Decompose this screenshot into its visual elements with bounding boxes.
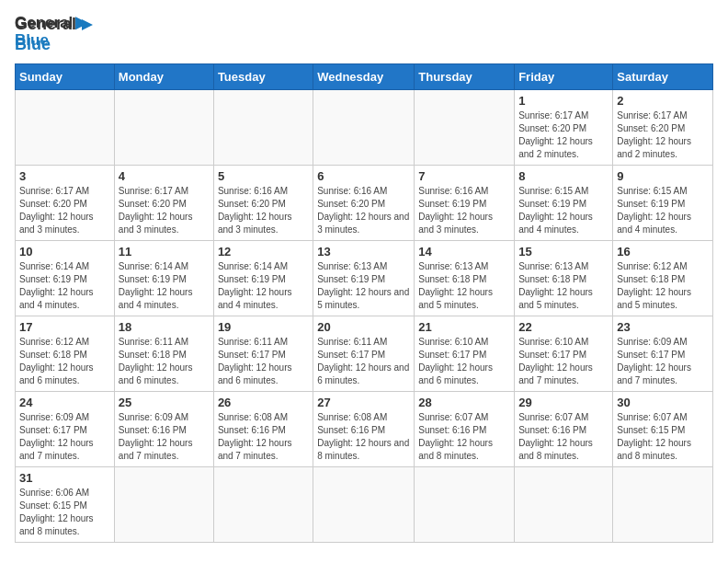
- calendar-cell: 2Sunrise: 6:17 AM Sunset: 6:20 PM Daylig…: [613, 90, 713, 166]
- day-info: Sunrise: 6:10 AM Sunset: 6:17 PM Dayligh…: [518, 336, 609, 387]
- day-info: Sunrise: 6:14 AM Sunset: 6:19 PM Dayligh…: [19, 260, 110, 312]
- calendar-header-sunday: Sunday: [16, 64, 115, 90]
- day-info: Sunrise: 6:12 AM Sunset: 6:18 PM Dayligh…: [617, 260, 709, 312]
- calendar-cell: [613, 467, 713, 543]
- day-number: 14: [418, 245, 510, 259]
- calendar-cell: 1Sunrise: 6:17 AM Sunset: 6:20 PM Daylig…: [515, 90, 613, 166]
- calendar-cell: 12Sunrise: 6:14 AM Sunset: 6:19 PM Dayli…: [213, 241, 313, 316]
- calendar-week-3: 17Sunrise: 6:12 AM Sunset: 6:18 PM Dayli…: [16, 316, 713, 392]
- day-number: 26: [218, 396, 309, 409]
- day-info: Sunrise: 6:11 AM Sunset: 6:17 PM Dayligh…: [218, 336, 309, 387]
- day-info: Sunrise: 6:06 AM Sunset: 6:15 PM Dayligh…: [19, 487, 110, 538]
- calendar-cell: 19Sunrise: 6:11 AM Sunset: 6:17 PM Dayli…: [213, 316, 313, 392]
- day-info: Sunrise: 6:07 AM Sunset: 6:16 PM Dayligh…: [418, 411, 510, 463]
- day-number: 16: [617, 245, 709, 259]
- day-number: 2: [617, 94, 709, 108]
- day-number: 9: [617, 169, 709, 183]
- calendar-cell: 13Sunrise: 6:13 AM Sunset: 6:19 PM Dayli…: [313, 241, 415, 316]
- day-info: Sunrise: 6:07 AM Sunset: 6:16 PM Dayligh…: [518, 411, 609, 463]
- day-number: 7: [418, 169, 510, 183]
- calendar-header-friday: Friday: [515, 64, 613, 90]
- day-number: 15: [518, 245, 609, 259]
- day-number: 28: [418, 396, 510, 409]
- day-number: 23: [617, 320, 709, 334]
- calendar-week-5: 31Sunrise: 6:06 AM Sunset: 6:15 PM Dayli…: [16, 467, 713, 543]
- day-number: 19: [218, 320, 309, 334]
- day-number: 18: [119, 320, 210, 334]
- calendar-cell: [415, 467, 515, 543]
- calendar-cell: 18Sunrise: 6:11 AM Sunset: 6:18 PM Dayli…: [114, 316, 213, 392]
- day-number: 11: [119, 245, 210, 259]
- calendar-header-row: SundayMondayTuesdayWednesdayThursdayFrid…: [16, 64, 713, 90]
- day-number: 10: [19, 245, 110, 259]
- day-number: 13: [317, 245, 410, 259]
- day-number: 3: [19, 169, 110, 183]
- day-info: Sunrise: 6:09 AM Sunset: 6:17 PM Dayligh…: [617, 336, 709, 387]
- day-info: Sunrise: 6:07 AM Sunset: 6:15 PM Dayligh…: [617, 411, 709, 463]
- calendar-week-0: 1Sunrise: 6:17 AM Sunset: 6:20 PM Daylig…: [16, 90, 713, 166]
- day-info: Sunrise: 6:15 AM Sunset: 6:19 PM Dayligh…: [518, 185, 609, 236]
- calendar-cell: 30Sunrise: 6:07 AM Sunset: 6:15 PM Dayli…: [613, 392, 713, 467]
- calendar-week-4: 24Sunrise: 6:09 AM Sunset: 6:17 PM Dayli…: [16, 392, 713, 467]
- day-info: Sunrise: 6:13 AM Sunset: 6:18 PM Dayligh…: [418, 260, 510, 312]
- calendar-cell: 11Sunrise: 6:14 AM Sunset: 6:19 PM Dayli…: [114, 241, 213, 316]
- calendar-week-2: 10Sunrise: 6:14 AM Sunset: 6:19 PM Dayli…: [16, 241, 713, 316]
- calendar-cell: 5Sunrise: 6:16 AM Sunset: 6:20 PM Daylig…: [213, 166, 313, 241]
- calendar-cell: [313, 90, 415, 166]
- day-info: Sunrise: 6:16 AM Sunset: 6:20 PM Dayligh…: [317, 185, 410, 236]
- calendar-cell: 26Sunrise: 6:08 AM Sunset: 6:16 PM Dayli…: [213, 392, 313, 467]
- day-info: Sunrise: 6:13 AM Sunset: 6:19 PM Dayligh…: [317, 260, 410, 312]
- day-info: Sunrise: 6:11 AM Sunset: 6:17 PM Dayligh…: [317, 336, 410, 387]
- day-number: 5: [218, 169, 309, 183]
- calendar-cell: 15Sunrise: 6:13 AM Sunset: 6:18 PM Dayli…: [515, 241, 613, 316]
- calendar-cell: 21Sunrise: 6:10 AM Sunset: 6:17 PM Dayli…: [415, 316, 515, 392]
- calendar-cell: 25Sunrise: 6:09 AM Sunset: 6:16 PM Dayli…: [114, 392, 213, 467]
- calendar-cell: [213, 467, 313, 543]
- day-info: Sunrise: 6:17 AM Sunset: 6:20 PM Dayligh…: [518, 109, 609, 161]
- calendar-table: SundayMondayTuesdayWednesdayThursdayFrid…: [15, 63, 713, 543]
- calendar-header-thursday: Thursday: [415, 64, 515, 90]
- day-number: 6: [317, 169, 410, 183]
- calendar-cell: 20Sunrise: 6:11 AM Sunset: 6:17 PM Dayli…: [313, 316, 415, 392]
- day-info: Sunrise: 6:09 AM Sunset: 6:17 PM Dayligh…: [19, 411, 110, 463]
- calendar-cell: 23Sunrise: 6:09 AM Sunset: 6:17 PM Dayli…: [613, 316, 713, 392]
- day-info: Sunrise: 6:11 AM Sunset: 6:18 PM Dayligh…: [119, 336, 210, 387]
- day-info: Sunrise: 6:15 AM Sunset: 6:19 PM Dayligh…: [617, 185, 709, 236]
- calendar-cell: 27Sunrise: 6:08 AM Sunset: 6:16 PM Dayli…: [313, 392, 415, 467]
- day-info: Sunrise: 6:08 AM Sunset: 6:16 PM Dayligh…: [317, 411, 410, 463]
- calendar-cell: 28Sunrise: 6:07 AM Sunset: 6:16 PM Dayli…: [415, 392, 515, 467]
- day-info: Sunrise: 6:10 AM Sunset: 6:17 PM Dayligh…: [418, 336, 510, 387]
- calendar-header-saturday: Saturday: [613, 64, 713, 90]
- day-number: 31: [19, 471, 110, 485]
- day-number: 4: [119, 169, 210, 183]
- day-info: Sunrise: 6:14 AM Sunset: 6:19 PM Dayligh…: [218, 260, 309, 312]
- day-number: 17: [19, 320, 110, 334]
- logo-text-block: General▶ Blue: [15, 15, 87, 49]
- day-info: Sunrise: 6:16 AM Sunset: 6:20 PM Dayligh…: [218, 185, 309, 236]
- logo-blue: Blue: [15, 32, 87, 50]
- calendar-cell: [16, 90, 115, 166]
- logo-general: General▶: [15, 15, 87, 32]
- calendar-cell: [415, 90, 515, 166]
- calendar-cell: [114, 467, 213, 543]
- day-info: Sunrise: 6:13 AM Sunset: 6:18 PM Dayligh…: [518, 260, 609, 312]
- calendar-cell: 24Sunrise: 6:09 AM Sunset: 6:17 PM Dayli…: [16, 392, 115, 467]
- day-info: Sunrise: 6:17 AM Sunset: 6:20 PM Dayligh…: [617, 109, 709, 161]
- day-number: 25: [119, 396, 210, 409]
- calendar-cell: 4Sunrise: 6:17 AM Sunset: 6:20 PM Daylig…: [114, 166, 213, 241]
- calendar-cell: [313, 467, 415, 543]
- calendar-cell: 9Sunrise: 6:15 AM Sunset: 6:19 PM Daylig…: [613, 166, 713, 241]
- day-number: 24: [19, 396, 110, 409]
- day-info: Sunrise: 6:08 AM Sunset: 6:16 PM Dayligh…: [218, 411, 309, 463]
- day-info: Sunrise: 6:16 AM Sunset: 6:19 PM Dayligh…: [418, 185, 510, 236]
- calendar-cell: 3Sunrise: 6:17 AM Sunset: 6:20 PM Daylig…: [16, 166, 115, 241]
- calendar-cell: [515, 467, 613, 543]
- calendar-cell: [114, 90, 213, 166]
- calendar-cell: 6Sunrise: 6:16 AM Sunset: 6:20 PM Daylig…: [313, 166, 415, 241]
- day-number: 22: [518, 320, 609, 334]
- calendar-week-1: 3Sunrise: 6:17 AM Sunset: 6:20 PM Daylig…: [16, 166, 713, 241]
- calendar-header-monday: Monday: [114, 64, 213, 90]
- day-info: Sunrise: 6:17 AM Sunset: 6:20 PM Dayligh…: [19, 185, 110, 236]
- calendar-cell: [213, 90, 313, 166]
- day-number: 29: [518, 396, 609, 409]
